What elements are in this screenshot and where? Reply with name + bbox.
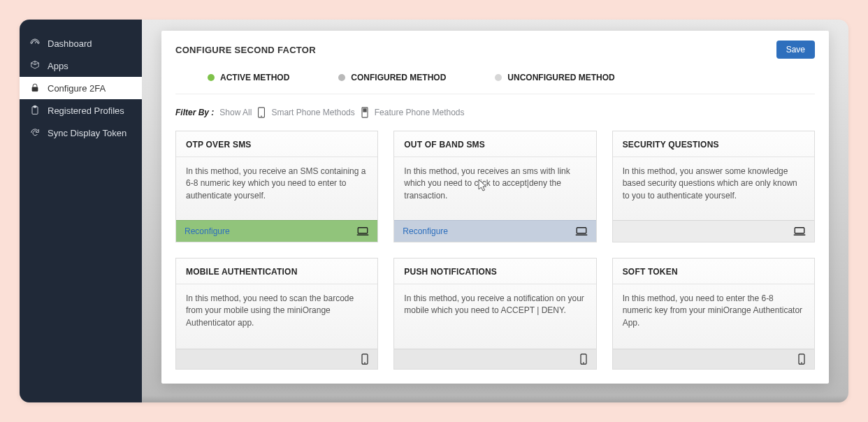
- card-body: In this method, you need to enter the 6-…: [613, 284, 814, 349]
- card-title: OUT OF BAND SMS: [394, 131, 595, 157]
- svg-point-13: [583, 362, 584, 363]
- method-cards: OTP OVER SMS In this method, you receive…: [161, 125, 829, 384]
- sidebar-item-apps[interactable]: Apps: [20, 54, 142, 77]
- card-body: In this method, you receive a notificati…: [394, 284, 595, 349]
- phone-icon: [579, 354, 588, 365]
- card-title: PUSH NOTIFICATIONS: [394, 259, 595, 284]
- dot-configured-icon: [338, 74, 345, 81]
- filter-show-all[interactable]: Show All: [219, 108, 252, 117]
- svg-point-15: [801, 362, 802, 363]
- card-title: MOBILE AUTHENTICATION: [176, 259, 377, 284]
- sidebar-item-registered-profiles[interactable]: Registered Profiles: [20, 99, 142, 122]
- svg-rect-9: [795, 228, 804, 233]
- legend-unconfigured: UNCONFIGURED METHOD: [495, 73, 614, 82]
- refresh-icon: [29, 127, 41, 138]
- svg-point-4: [261, 115, 262, 117]
- card-foot: [613, 349, 814, 369]
- reconfigure-link[interactable]: Reconfigure: [403, 226, 448, 236]
- lock-icon: [29, 82, 41, 94]
- filter-smart-phone[interactable]: Smart Phone Methods: [271, 108, 354, 117]
- card-body: In this method, you need to scan the bar…: [176, 284, 377, 349]
- card-body: In this method, you answer some knowledg…: [613, 157, 814, 220]
- sidebar-item-label: Sync Display Token: [48, 128, 126, 138]
- card-body: In this method, you receive an SMS conta…: [176, 157, 377, 220]
- dot-active-icon: [208, 74, 215, 81]
- config-panel: CONFIGURE SECOND FACTOR Save ACTIVE METH…: [161, 31, 829, 384]
- card-foot: [176, 349, 377, 369]
- app-frame: Dashboard Apps Configure 2FA Registered …: [20, 20, 848, 402]
- laptop-icon: [793, 226, 806, 236]
- laptop-icon: [575, 226, 588, 236]
- legend-label: CONFIGURED METHOD: [351, 73, 446, 82]
- legend-active: ACTIVE METHOD: [208, 73, 289, 82]
- filter-label: Filter By :: [175, 108, 214, 117]
- sidebar-item-label: Apps: [48, 61, 68, 71]
- featurephone-icon: [361, 107, 369, 118]
- card-push-notifications[interactable]: PUSH NOTIFICATIONS In this method, you r…: [393, 258, 596, 370]
- page-title: CONFIGURE SECOND FACTOR: [175, 45, 316, 55]
- card-foot: Reconfigure: [176, 220, 377, 242]
- legend-configured: CONFIGURED METHOD: [338, 73, 446, 82]
- legend: ACTIVE METHOD CONFIGURED METHOD UNCONFIG…: [175, 66, 815, 94]
- legend-label: ACTIVE METHOD: [220, 73, 289, 82]
- card-title: OTP OVER SMS: [176, 131, 377, 157]
- card-foot: [394, 349, 595, 369]
- card-foot: Reconfigure: [394, 220, 595, 242]
- gauge-icon: [29, 38, 41, 49]
- sidebar: Dashboard Apps Configure 2FA Registered …: [20, 20, 142, 402]
- card-soft-token[interactable]: SOFT TOKEN In this method, you need to e…: [612, 258, 815, 370]
- card-security-questions[interactable]: SECURITY QUESTIONS In this method, you a…: [612, 131, 815, 242]
- legend-label: UNCONFIGURED METHOD: [507, 73, 614, 82]
- reconfigure-link[interactable]: Reconfigure: [185, 226, 230, 236]
- card-oob-sms[interactable]: OUT OF BAND SMS In this method, you rece…: [393, 131, 596, 242]
- svg-rect-2: [34, 106, 36, 108]
- svg-rect-8: [577, 228, 586, 233]
- svg-rect-7: [359, 228, 368, 233]
- phone-icon: [797, 354, 806, 365]
- card-otp-sms[interactable]: OTP OVER SMS In this method, you receive…: [175, 131, 378, 242]
- card-mobile-auth[interactable]: MOBILE AUTHENTICATION In this method, yo…: [175, 258, 378, 370]
- card-body: In this method, you receives an sms with…: [394, 157, 595, 220]
- sidebar-item-label: Dashboard: [48, 38, 92, 49]
- sidebar-item-dashboard[interactable]: Dashboard: [20, 32, 142, 54]
- sidebar-item-label: Registered Profiles: [48, 106, 124, 116]
- laptop-icon: [356, 226, 369, 236]
- cube-icon: [29, 60, 41, 71]
- filter-row: Filter By : Show All Smart Phone Methods…: [161, 94, 829, 125]
- main-area: CONFIGURE SECOND FACTOR Save ACTIVE METH…: [142, 20, 848, 402]
- sidebar-item-configure-2fa[interactable]: Configure 2FA: [20, 77, 142, 99]
- sidebar-item-label: Configure 2FA: [48, 83, 106, 94]
- svg-rect-6: [363, 108, 366, 112]
- filter-feature-phone[interactable]: Feature Phone Methods: [375, 108, 465, 117]
- dot-unconfigured-icon: [495, 74, 502, 81]
- svg-point-11: [364, 362, 366, 363]
- svg-rect-0: [32, 87, 38, 92]
- clipboard-icon: [29, 105, 41, 116]
- sidebar-item-sync-token[interactable]: Sync Display Token: [20, 122, 142, 144]
- smartphone-icon: [257, 107, 266, 118]
- card-foot: [613, 220, 814, 242]
- card-title: SOFT TOKEN: [613, 259, 814, 284]
- phone-icon: [361, 354, 369, 365]
- save-button[interactable]: Save: [776, 41, 815, 59]
- card-title: SECURITY QUESTIONS: [613, 131, 814, 157]
